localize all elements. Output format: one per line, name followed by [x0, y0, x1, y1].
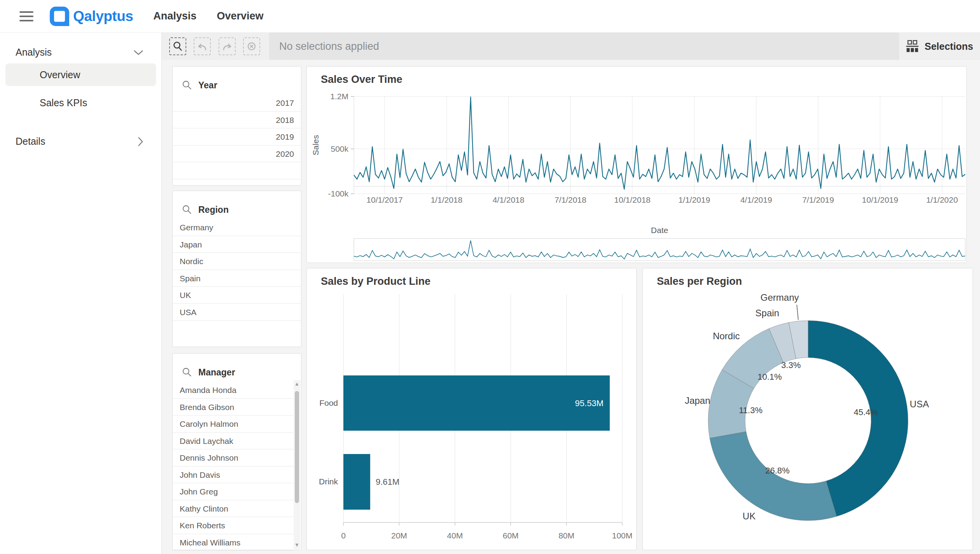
filter-panel-year: Year2017201820192020 — [172, 66, 301, 186]
sales-line-series[interactable] — [354, 97, 965, 189]
hamburger-menu-icon[interactable] — [19, 11, 33, 21]
line-chart-canvas[interactable]: 10/1/20171/1/20184/1/20187/1/201810/1/20… — [307, 67, 967, 263]
filter-title: Year — [198, 80, 217, 91]
list-item[interactable]: David Laychak — [173, 433, 293, 450]
list-item[interactable]: Japan — [173, 236, 301, 253]
x-tick-label: 1/1/2018 — [430, 195, 462, 204]
y-tick-label: 1.2M — [330, 92, 348, 101]
y-axis-title: Sales — [311, 135, 320, 156]
scrollbar[interactable]: ▲▼ — [294, 380, 300, 549]
brand-name: Qalyptus — [73, 8, 133, 25]
x-tick-label: 10/1/2019 — [862, 195, 898, 204]
chart-sales-by-product-line[interactable]: Sales by Product Line 020M40M60M80M100MF… — [306, 268, 637, 550]
scroll-up-arrow[interactable]: ▲ — [294, 380, 300, 388]
donut-pct-usa: 45.4% — [854, 407, 878, 417]
donut-label-germany: Germany — [761, 292, 799, 303]
clear-selections-button[interactable] — [243, 37, 260, 55]
x-tick-label: 1/1/2020 — [926, 195, 958, 204]
donut-label-usa: USA — [910, 399, 929, 409]
sidebar-section-analysis[interactable]: Analysis — [16, 47, 144, 58]
bar-value-label: 95.53M — [575, 398, 604, 408]
list-item[interactable]: Nordic — [173, 253, 301, 270]
search-icon[interactable] — [182, 80, 192, 90]
filter-list: Amanda HondaBrenda GibsonCarolyn HalmonD… — [173, 382, 293, 551]
y-tick-label: -100k — [328, 189, 348, 198]
list-item[interactable]: USA — [173, 304, 301, 321]
chart-sales-over-time[interactable]: Sales Over Time 10/1/20171/1/20184/1/201… — [306, 66, 967, 263]
donut-pct-nordic: 10.1% — [758, 372, 782, 382]
bar-drink[interactable] — [343, 454, 370, 510]
list-item[interactable]: Carolyn Halmon — [173, 416, 293, 433]
selections-toolbar: No selections applied Selections — [162, 33, 980, 60]
filter-list: 2017201820192020 — [173, 95, 301, 179]
sidebar-item-sales-kpis[interactable]: Sales KPIs — [5, 91, 156, 114]
list-item[interactable]: Brenda Gibson — [173, 399, 293, 416]
list-item[interactable]: UK — [173, 287, 301, 304]
x-tick-label: 10/1/2017 — [366, 195, 402, 204]
gridline — [797, 305, 798, 320]
list-item[interactable]: 2017 — [173, 95, 301, 112]
list-item[interactable]: John Davis — [173, 466, 293, 484]
x-axis-title: Date — [651, 226, 668, 235]
bar-category-label: Drink — [319, 477, 338, 486]
chevron-down-icon — [133, 49, 144, 56]
list-item[interactable]: Kathy Clinton — [173, 500, 293, 517]
selections-button[interactable]: Selections — [899, 33, 980, 60]
step-back-button[interactable] — [194, 37, 211, 55]
brand-logo[interactable]: Qalyptus — [50, 7, 133, 26]
selections-status-text: No selections applied — [279, 40, 379, 53]
bar-value-label: 9.61M — [376, 477, 399, 487]
step-forward-button[interactable] — [219, 37, 236, 55]
bar-category-label: Food — [319, 398, 338, 407]
donut-pct-spain: 3.3% — [781, 360, 801, 370]
sidebar: Analysis Overview Sales KPIs Details — [0, 33, 162, 554]
top-navbar: Qalyptus Analysis Overview — [0, 0, 980, 33]
donut-slice-uk[interactable] — [710, 431, 836, 521]
list-item[interactable]: Ken Roberts — [173, 517, 293, 534]
list-item[interactable]: Dennis Johnson — [173, 449, 293, 466]
smart-search-button[interactable] — [169, 37, 186, 55]
x-tick-label: 7/1/2019 — [802, 195, 834, 204]
sidebar-item-overview[interactable]: Overview — [5, 63, 156, 86]
x-tick-label: 10/1/2018 — [614, 195, 650, 204]
list-item[interactable]: 2020 — [173, 146, 301, 163]
list-item[interactable]: Germany — [173, 219, 301, 236]
x-tick-label: 4/1/2018 — [493, 195, 525, 204]
donut-label-japan: Japan — [685, 395, 710, 406]
search-icon — [172, 41, 183, 52]
list-item[interactable]: Spain — [173, 270, 301, 287]
search-icon[interactable] — [182, 367, 192, 377]
x-tick-label: 4/1/2019 — [740, 195, 772, 204]
bar-chart-canvas[interactable]: 020M40M60M80M100MFood95.53MDrink9.61M — [307, 268, 637, 550]
donut-label-nordic: Nordic — [713, 331, 740, 341]
nav-item-overview[interactable]: Overview — [217, 10, 263, 22]
list-item[interactable]: John Greg — [173, 483, 293, 500]
empty-row — [173, 162, 301, 179]
list-item[interactable]: Amanda Honda — [173, 382, 293, 399]
nav-item-analysis[interactable]: Analysis — [153, 10, 196, 22]
x-tick-label: 100M — [612, 531, 633, 540]
navigator-box[interactable] — [354, 238, 965, 261]
scroll-down-arrow[interactable]: ▼ — [294, 541, 300, 549]
filter-header: Region — [173, 191, 301, 219]
donut-chart-canvas[interactable]: USA45.4%UK26.8%Japan11.3%Nordic10.1%Spai… — [643, 268, 973, 550]
sidebar-section-details[interactable]: Details — [16, 136, 144, 147]
filter-list: GermanyJapanNordicSpainUKUSA — [173, 219, 301, 321]
clear-circle-x-icon — [246, 41, 257, 52]
scrollbar-thumb[interactable] — [295, 391, 299, 503]
x-tick-label: 80M — [558, 531, 574, 540]
bar-food[interactable] — [343, 375, 610, 431]
search-icon[interactable] — [182, 205, 192, 215]
sidebar-section-label: Analysis — [16, 47, 52, 58]
chart-sales-per-region[interactable]: Sales per Region USA45.4%UK26.8%Japan11.… — [642, 268, 973, 550]
list-item[interactable]: Micheal Williams — [173, 534, 293, 551]
x-tick-label: 0 — [341, 531, 346, 540]
list-item[interactable]: 2019 — [173, 128, 301, 146]
donut-label-spain: Spain — [755, 308, 779, 318]
donut-label-uk: UK — [743, 511, 756, 521]
selections-status-bar: No selections applied — [269, 33, 980, 60]
filter-header: Manager — [173, 354, 301, 382]
filter-title: Region — [198, 205, 229, 215]
x-tick-label: 40M — [447, 531, 463, 540]
list-item[interactable]: 2018 — [173, 112, 301, 129]
